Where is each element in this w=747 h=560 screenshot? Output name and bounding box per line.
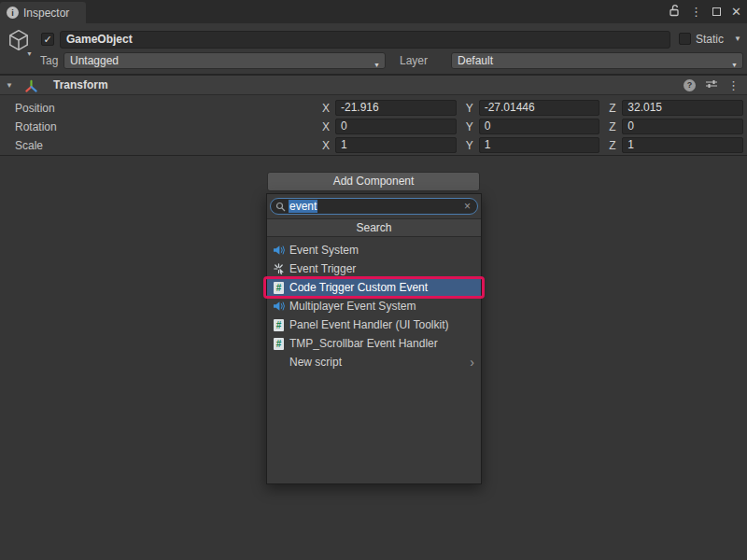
kebab-menu-icon[interactable]: ⋮: [690, 6, 702, 18]
tab-inspector[interactable]: i Inspector: [0, 2, 86, 23]
script-icon: #: [273, 338, 285, 350]
gameobject-header: ▼ ✓ GameObject Static ▼ Tag Untagged ▼ L…: [0, 23, 747, 75]
check-mark: ✓: [43, 34, 51, 46]
layer-dropdown[interactable]: Default ▼: [451, 52, 743, 69]
position-label: Position: [0, 102, 55, 115]
list-item-new-script[interactable]: New script ›: [267, 353, 481, 371]
dropdown-caret-icon: ▼: [374, 58, 380, 73]
search-section-header: Search: [267, 218, 481, 237]
y-axis-label: Y: [466, 120, 474, 133]
unlock-icon[interactable]: [669, 4, 680, 20]
y-axis-label: Y: [466, 102, 474, 115]
scale-label: Scale: [0, 139, 43, 152]
dropdown-caret-icon: ▼: [731, 58, 738, 73]
position-y-field[interactable]: -27.01446: [479, 100, 600, 116]
x-axis-label: X: [322, 139, 331, 152]
x-axis-label: X: [322, 120, 331, 133]
component-search-input[interactable]: event ×: [270, 198, 478, 215]
list-item-multiplayer-event-system[interactable]: Multiplayer Event System: [267, 297, 481, 315]
x-axis-label: X: [322, 102, 331, 115]
list-item-panel-event-handler[interactable]: # Panel Event Handler (UI Toolkit): [267, 315, 481, 334]
list-item-code-trigger-custom-event[interactable]: # Code Trigger Custom Event: [267, 278, 481, 297]
add-component-button[interactable]: Add Component: [267, 172, 480, 191]
layer-label: Layer: [400, 54, 428, 67]
static-caret-icon[interactable]: ▼: [734, 35, 741, 43]
list-item-event-trigger[interactable]: Event Trigger: [267, 259, 481, 278]
rotation-label: Rotation: [0, 120, 57, 133]
help-icon[interactable]: ?: [684, 79, 696, 91]
cube-caret-icon: ▼: [26, 50, 33, 57]
foldout-icon[interactable]: ▼: [6, 81, 13, 90]
component-list: Event System Event Trigger # Cod: [267, 241, 481, 371]
scale-x-field[interactable]: 1: [335, 137, 457, 153]
event-trigger-icon: [273, 263, 285, 274]
tag-dropdown[interactable]: Untagged ▼: [63, 52, 386, 69]
gameobject-cube-icon[interactable]: ▼: [7, 28, 35, 58]
transform-axes-icon: [24, 79, 38, 96]
y-axis-label: Y: [466, 139, 474, 152]
tab-label: Inspector: [23, 7, 69, 20]
position-z-field[interactable]: 32.015: [622, 100, 743, 116]
transform-body: Position X-21.916 Y-27.01446 Z32.015 Rot…: [0, 96, 747, 155]
z-axis-label: Z: [609, 102, 617, 115]
list-item-label: TMP_Scrollbar Event Handler: [289, 337, 438, 350]
list-item-tmp-scrollbar-event-handler[interactable]: # TMP_Scrollbar Event Handler: [267, 334, 481, 353]
active-checkbox[interactable]: ✓: [41, 33, 54, 46]
list-item-label: Code Trigger Custom Event: [289, 281, 428, 294]
z-axis-label: Z: [609, 120, 617, 133]
scale-z-field[interactable]: 1: [622, 137, 743, 153]
rotation-row: Rotation X0 Y0 Z0: [0, 118, 747, 136]
list-item-label: New script: [289, 356, 342, 369]
tab-bar: i Inspector ⋮ ✕: [0, 0, 747, 23]
tag-value: Untagged: [70, 54, 119, 67]
script-icon: #: [273, 319, 285, 331]
list-item-label: Panel Event Handler (UI Toolkit): [289, 318, 449, 331]
static-checkbox[interactable]: [679, 33, 691, 45]
presets-icon[interactable]: [705, 78, 718, 92]
clear-search-icon[interactable]: ×: [464, 200, 471, 213]
rotation-y-field[interactable]: 0: [479, 119, 600, 134]
position-x-field[interactable]: -21.916: [335, 100, 457, 116]
scale-y-field[interactable]: 1: [479, 137, 600, 153]
z-axis-label: Z: [609, 139, 617, 152]
maximize-icon[interactable]: [712, 7, 721, 16]
window-controls: ⋮ ✕: [669, 0, 741, 23]
search-text-selected: event: [289, 200, 317, 213]
position-row: Position X-21.916 Y-27.01446 Z32.015: [0, 99, 747, 118]
tag-label: Tag: [40, 54, 58, 67]
transform-header-actions: ? ⋮: [684, 78, 740, 92]
kebab-menu-icon[interactable]: ⋮: [727, 79, 740, 91]
add-component-popup: event × Search Event System: [266, 193, 482, 484]
list-item-label: Event Trigger: [289, 262, 356, 275]
list-item-label: Multiplayer Event System: [289, 300, 416, 313]
static-label: Static: [696, 33, 724, 46]
gameobject-name-field[interactable]: GameObject: [60, 31, 670, 49]
script-icon: #: [273, 282, 285, 294]
chevron-right-icon: ›: [470, 356, 481, 369]
transform-header[interactable]: ▼ Transform ? ⋮: [0, 75, 747, 95]
list-item-label: Event System: [289, 244, 359, 257]
rotation-x-field[interactable]: 0: [335, 119, 457, 134]
search-icon: [275, 202, 286, 212]
transform-title: Transform: [53, 78, 108, 91]
close-icon[interactable]: ✕: [731, 6, 741, 18]
list-item-event-system[interactable]: Event System: [267, 241, 481, 259]
scale-row: Scale X1 Y1 Z1: [0, 136, 747, 155]
event-system-icon: [273, 301, 285, 312]
event-system-icon: [273, 245, 285, 256]
rotation-z-field[interactable]: 0: [622, 119, 743, 134]
layer-value: Default: [458, 54, 493, 67]
info-icon: i: [7, 7, 19, 19]
